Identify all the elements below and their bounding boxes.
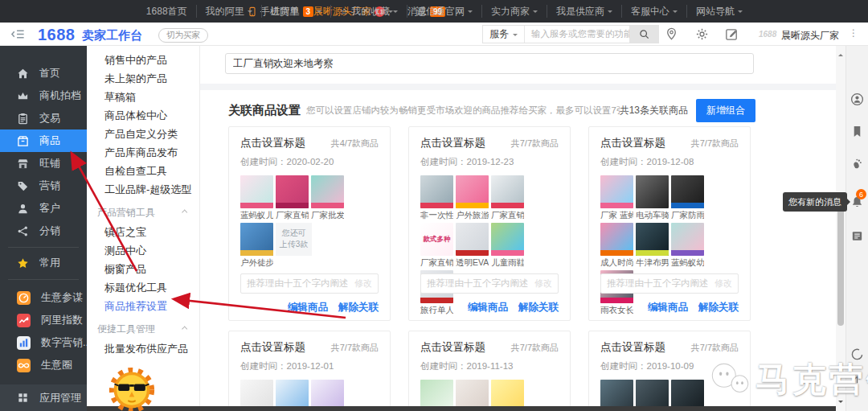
modify-link[interactable]: 修改	[354, 277, 372, 290]
promo-strip	[636, 250, 669, 256]
submenu-item-6[interactable]: 自检自查工具	[87, 162, 199, 180]
product-image[interactable]	[456, 223, 489, 256]
submenu-item-2[interactable]: 草稿箱	[87, 88, 199, 106]
submenu-item-12[interactable]: 标题优化工具	[87, 278, 199, 297]
product-image[interactable]	[240, 223, 273, 256]
sidebar-item-user[interactable]: 客户	[0, 197, 87, 220]
card-title-button[interactable]: 点击设置标题	[240, 136, 305, 150]
gear-icon[interactable]	[694, 27, 710, 42]
upload-more-placeholder[interactable]: 您还可上传3款	[276, 223, 312, 256]
sidebar-app-0[interactable]: 生意参谋	[0, 286, 87, 309]
topbar-link-8[interactable]: 网站导航	[686, 5, 751, 18]
service-search-input[interactable]: 输入服务或您需要的功能	[525, 26, 629, 43]
scroll-down-arrow-icon[interactable]	[838, 401, 843, 405]
sidebar-item-crown[interactable]: 商机拍档	[0, 84, 87, 107]
ring-icon[interactable]	[850, 347, 864, 361]
location-pin-icon[interactable]	[664, 27, 679, 42]
submenu-item-10[interactable]: 测品中心	[87, 241, 199, 260]
topbar-link-4[interactable]: 诚信通官网	[407, 5, 481, 18]
notice-input[interactable]	[225, 53, 754, 74]
search-button[interactable]	[629, 26, 658, 43]
sidebar-app-2[interactable]: 数字营销...	[0, 331, 87, 354]
card-title-button[interactable]: 点击设置标题	[420, 136, 485, 150]
logo-1688[interactable]: 1688	[38, 26, 76, 44]
unlink-link[interactable]: 解除关联	[518, 301, 559, 314]
sidebar-item-clipboard[interactable]: 交易	[0, 107, 87, 129]
sidebar-app-3[interactable]: 生意圈	[0, 354, 87, 376]
product-image[interactable]	[636, 175, 669, 208]
backtop-icon[interactable]	[850, 372, 864, 385]
unlink-link[interactable]: 解除关联	[338, 301, 379, 314]
submenu-section-14[interactable]: 便捷工具管理	[87, 319, 199, 339]
product-image[interactable]	[671, 223, 704, 256]
edit-products-link[interactable]: 编辑商品	[648, 301, 688, 314]
submenu-item-11[interactable]: 橱窗产品	[87, 260, 199, 278]
topbar-link-0[interactable]: 1688首页	[137, 5, 196, 18]
unlink-link[interactable]: 解除关联	[698, 301, 739, 314]
topbar-link-1[interactable]: 我的阿里	[196, 5, 261, 18]
switch-to-buyer-button[interactable]: 切为买家	[158, 28, 208, 43]
product-image[interactable]	[311, 175, 344, 208]
submenu-item-9[interactable]: 镇店之宝	[87, 223, 199, 241]
collapse-sidebar-icon[interactable]	[10, 27, 26, 42]
card-title-button[interactable]: 点击设置标题	[600, 136, 665, 150]
submenu-item-1[interactable]: 未上架的产品	[87, 69, 199, 88]
topbar-link-6[interactable]: 我是供应商	[547, 5, 621, 18]
topbar-link-2[interactable]: 进货单3	[261, 5, 331, 18]
product-image[interactable]	[600, 223, 633, 256]
product-image[interactable]	[420, 175, 453, 208]
vertical-scrollbar[interactable]	[836, 46, 845, 411]
add-combination-button[interactable]: 新增组合	[696, 99, 755, 122]
edit-products-link[interactable]: 编辑商品	[288, 301, 328, 314]
modify-link[interactable]: 修改	[534, 277, 552, 290]
compose-icon[interactable]	[724, 27, 739, 42]
bookmark-icon[interactable]	[850, 125, 864, 138]
submenu-item-13[interactable]: 商品推荐设置	[87, 297, 199, 315]
product-image[interactable]	[276, 175, 309, 208]
topbar-link-5[interactable]: 实力商家	[481, 5, 547, 18]
submenu-item-3[interactable]: 商品体检中心	[87, 106, 199, 125]
sidebar-item-favorites[interactable]: 常用	[0, 252, 87, 274]
product-title: 厂家直销...	[276, 210, 309, 221]
product-image[interactable]	[240, 175, 273, 208]
more-options-icon[interactable]: ⋮	[849, 27, 859, 39]
reason-input[interactable]: 推荐理由十五个字内阐述修改	[420, 273, 559, 294]
member-icon[interactable]	[850, 92, 864, 106]
submenu-item-15[interactable]: 批量发布供应产品	[87, 339, 199, 358]
sidebar-item-share[interactable]: 分销	[0, 220, 87, 242]
submenu-section-8[interactable]: 产品营销工具	[87, 202, 199, 223]
news-icon[interactable]	[850, 229, 864, 243]
scroll-up-arrow-icon[interactable]	[838, 51, 843, 56]
edit-products-link[interactable]: 编辑商品	[468, 301, 508, 314]
sidebar-item-app-management[interactable]: 应用管理	[0, 384, 87, 411]
product-image[interactable]	[456, 175, 489, 208]
card-title-button[interactable]: 点击设置标题	[600, 340, 665, 355]
product-image[interactable]	[600, 175, 633, 208]
product-thumbs: 蓝蚂蚁儿...厂家直销...厂家批发...户外徒步...您还可上传3款	[240, 175, 379, 269]
footprint-icon[interactable]	[850, 157, 864, 171]
submenu-item-5[interactable]: 产品库商品发布	[87, 143, 199, 162]
sidebar-item-home[interactable]: 首页	[0, 62, 87, 84]
product-image[interactable]: 款式多种	[420, 223, 453, 256]
service-scope-dropdown[interactable]: 服务	[483, 26, 525, 43]
reason-input[interactable]: 推荐理由十五个字内阐述修改	[600, 273, 739, 294]
card-title-button[interactable]: 点击设置标题	[240, 340, 305, 355]
product-image[interactable]	[491, 223, 524, 256]
topbar-link-3[interactable]: ☆我的收藏	[330, 5, 407, 18]
topbar-link-7[interactable]: 客服中心	[621, 5, 686, 18]
sidebar-app-1[interactable]: 阿里指数	[0, 309, 87, 331]
product-image[interactable]	[671, 175, 704, 208]
sidebar-item-tag[interactable]: 营销	[0, 175, 87, 197]
sidebar-item-package[interactable]: 商品	[0, 129, 87, 152]
submenu-item-4[interactable]: 产品自定义分类	[87, 125, 199, 143]
scrollbar-thumb[interactable]	[837, 205, 844, 326]
sidebar-item-store[interactable]: 旺铺	[0, 152, 87, 175]
submenu-item-0[interactable]: 销售中的产品	[87, 51, 199, 69]
card-title-button[interactable]: 点击设置标题	[420, 340, 485, 355]
reason-input[interactable]: 推荐理由十五个字内阐述修改	[240, 273, 379, 294]
product-image[interactable]	[636, 223, 669, 256]
modify-link[interactable]: 修改	[714, 277, 732, 290]
product-image[interactable]	[491, 175, 524, 208]
current-shop-name[interactable]: 晨晰源头厂家	[781, 29, 839, 43]
submenu-item-7[interactable]: 工业品牌-超级选型	[87, 180, 199, 199]
